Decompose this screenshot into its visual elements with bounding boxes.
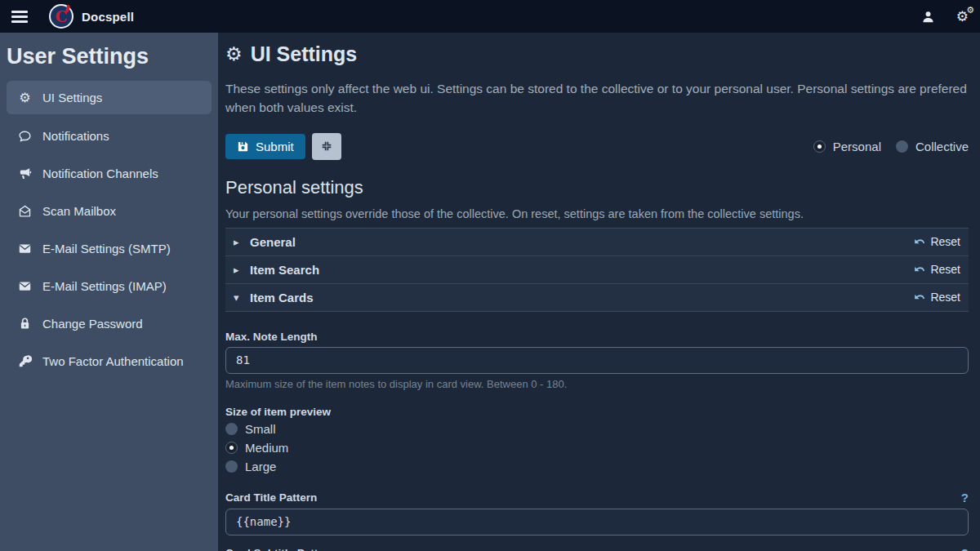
envelope-icon [18,279,32,293]
reset-item-search-button[interactable]: Reset [914,263,960,276]
radio-unselected-icon [896,140,908,153]
item-cards-form: Max. Note Length Maximum size of the ite… [225,331,969,551]
main-content: ⚙ UI Settings These settings only affect… [218,33,980,551]
sidebar-item-change-password[interactable]: Change Password [7,308,212,340]
chevron-right-icon: ▸ [234,236,250,248]
scope-radio-personal[interactable]: Personal [813,140,881,153]
preview-size-medium[interactable]: Medium [225,441,969,455]
max-note-length-input[interactable] [225,347,969,374]
gear-icon: ⚙ [18,90,32,105]
undo-icon [914,264,925,275]
radio-unselected-icon [225,423,238,435]
sidebar-item-label: Notification Channels [42,167,158,180]
help-icon[interactable]: ? [961,546,969,551]
accordion-section-general[interactable]: ▸ General Reset [225,229,969,256]
sidebar-item-label: Notifications [42,129,109,143]
envelope-open-icon [18,204,32,218]
undo-icon [914,236,925,247]
reset-general-button[interactable]: Reset [914,235,960,248]
card-title-pattern-group: Card Title Pattern ? [225,491,969,535]
accordion-section-item-cards[interactable]: ▾ Item Cards Reset [225,284,969,312]
brand[interactable]: C Docspell [49,4,134,29]
card-subtitle-pattern-label: Card Subtitle Pattern ? [225,546,969,551]
card-subtitle-pattern-group: Card Subtitle Pattern ? [225,546,969,551]
docspell-logo-icon: C [49,4,74,29]
card-title-pattern-label: Card Title Pattern ? [225,491,969,504]
brand-name: Docspell [82,10,134,24]
sidebar-item-email-imap[interactable]: E-Mail Settings (IMAP) [7,270,212,302]
radio-selected-icon [813,140,826,153]
top-bar: C Docspell ⚙⚙ [0,0,980,33]
toolbar: Submit Personal Collective [225,133,969,160]
accordion-section-item-search[interactable]: ▸ Item Search Reset [225,256,969,284]
preview-size-label: Size of item preview [225,406,969,418]
gear-icon: ⚙ [225,43,243,65]
envelope-icon [18,242,32,256]
sidebar-item-notifications[interactable]: Notifications [7,120,212,152]
chevron-down-icon: ▾ [234,291,250,304]
page-title: ⚙ UI Settings [225,42,969,66]
sidebar-item-label: E-Mail Settings (IMAP) [42,279,167,293]
key-icon [18,354,32,368]
sidebar: User Settings ⚙ UI Settings Notification… [0,33,218,551]
preview-size-group: Size of item preview Small Medium Large [225,406,969,473]
sidebar-item-two-factor[interactable]: Two Factor Authentication [7,345,212,377]
help-icon[interactable]: ? [961,491,969,504]
preview-size-large[interactable]: Large [225,460,969,473]
personal-settings-description: Your personal settings override those of… [225,207,969,220]
compress-icon [320,140,333,153]
scope-radio-collective[interactable]: Collective [896,140,969,153]
card-title-pattern-input[interactable] [225,509,969,535]
save-icon [237,140,249,153]
radio-selected-icon [225,442,238,454]
sidebar-item-notification-channels[interactable]: Notification Channels [7,158,212,189]
max-note-length-hint: Maximum size of the item notes to displa… [225,378,969,390]
gears-icon[interactable]: ⚙⚙ [956,10,969,24]
sidebar-item-label: Scan Mailbox [42,204,116,218]
max-note-length-group: Max. Note Length Maximum size of the ite… [225,331,969,390]
chevron-right-icon: ▸ [234,264,250,276]
menu-icon[interactable] [11,11,28,23]
sidebar-item-scan-mailbox[interactable]: Scan Mailbox [7,195,212,227]
max-note-length-label: Max. Note Length [225,331,969,343]
settings-scope: Personal Collective [813,140,969,153]
radio-unselected-icon [225,460,238,473]
comment-icon [18,129,32,143]
settings-accordion: ▸ General Reset ▸ Item Search Reset ▾ [225,228,969,312]
sidebar-item-ui-settings[interactable]: ⚙ UI Settings [7,81,212,114]
undo-icon [914,291,925,303]
collapse-all-button[interactable] [312,133,341,160]
personal-settings-heading: Personal settings [225,177,969,198]
sidebar-title: User Settings [7,39,212,81]
sidebar-item-label: Two Factor Authentication [42,354,184,368]
reset-item-cards-button[interactable]: Reset [914,291,960,304]
page-description: These settings only affect the web ui. S… [225,79,969,118]
preview-size-small[interactable]: Small [225,422,969,436]
submit-button[interactable]: Submit [225,134,305,159]
bullhorn-icon [18,167,32,180]
sidebar-item-label: Change Password [42,317,143,331]
sidebar-item-email-smtp[interactable]: E-Mail Settings (SMTP) [7,233,212,264]
sidebar-item-label: UI Settings [42,91,102,104]
user-icon[interactable] [921,10,935,24]
lock-icon [18,317,32,331]
sidebar-item-label: E-Mail Settings (SMTP) [42,242,171,256]
